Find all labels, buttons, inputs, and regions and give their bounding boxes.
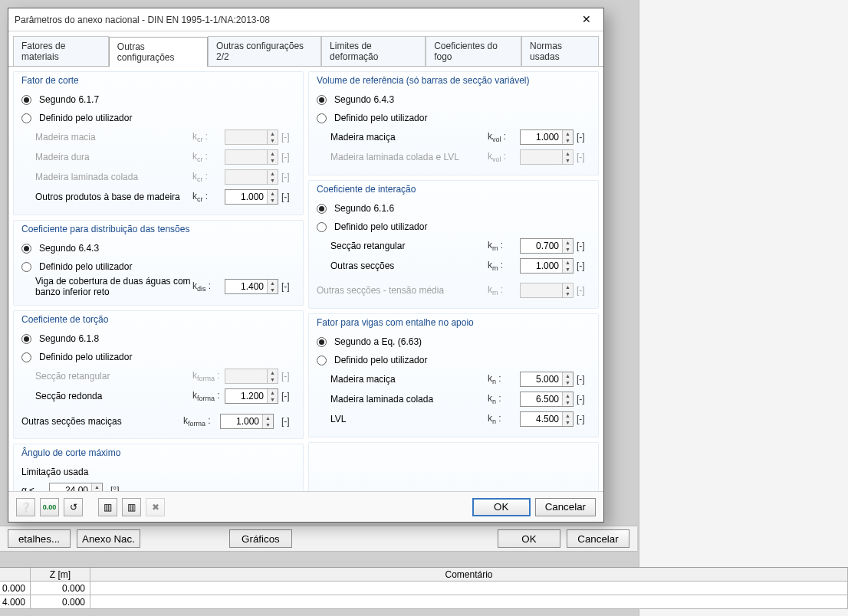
spin-up-icon[interactable]: ▲ [563,130,573,137]
calc-settings-icon[interactable]: 0.00 [40,498,59,516]
spin-down-icon[interactable]: ▼ [268,197,278,204]
table-cell[interactable]: 4.000 [0,595,31,609]
spin-up-icon[interactable]: ▲ [268,190,278,197]
spin-down-icon[interactable]: ▼ [268,287,278,293]
tab-other-settings-2[interactable]: Outras configurações 2/2 [208,36,321,66]
kvol-glulam-input[interactable]: ▲▼ [520,149,574,165]
tab-standards-used[interactable]: Normas usadas [521,36,599,66]
spin-up-icon[interactable]: ▲ [268,170,278,177]
kforma-rect-input[interactable]: ▲▼ [225,369,278,384]
radio-stressdist-according[interactable] [21,244,31,254]
spin-down-icon[interactable]: ▼ [563,137,573,144]
tab-deformation-limits[interactable]: Limites de deformação [321,36,426,66]
row-label: Madeira laminada colada [330,394,488,405]
radio-refvol-userdef[interactable] [317,113,327,123]
spin-down-icon[interactable]: ▼ [563,379,573,386]
spin-up-icon[interactable]: ▲ [268,369,278,376]
kdis-input[interactable]: ▲▼ [225,279,278,294]
unit: [-] [281,416,295,427]
spin-down-icon[interactable]: ▼ [563,266,573,273]
unit: [-] [577,285,590,296]
annex-button[interactable]: Anexo Nac. [77,529,140,548]
help-icon[interactable]: ❔ [16,498,35,516]
table-cell[interactable] [90,595,848,609]
km-other-input[interactable]: ▲▼ [520,258,574,274]
spin-down-icon[interactable]: ▼ [563,157,573,164]
radio-shear-according[interactable] [21,95,31,105]
spin-down-icon[interactable]: ▼ [268,396,278,403]
symbol: kn : [488,373,520,385]
spin-down-icon[interactable]: ▼ [268,376,278,383]
kn-glulam-input[interactable]: ▲▼ [520,392,574,407]
spin-down-icon[interactable]: ▼ [563,419,573,426]
table-cell[interactable]: 0.000 [0,582,31,595]
tab-other-settings[interactable]: Outras configurações [109,37,208,67]
spin-down-icon[interactable]: ▼ [563,399,573,406]
km-rect-input[interactable]: ▲▼ [520,238,574,254]
kforma-other-input[interactable]: ▲▼ [220,414,274,429]
spin-up-icon[interactable]: ▲ [268,389,278,396]
radio-stressdist-userdef[interactable] [21,262,31,272]
spin-up-icon[interactable]: ▲ [563,150,573,157]
kforma-round-input[interactable]: ▲▼ [225,388,278,404]
radio-interaction-according[interactable] [317,204,327,214]
radio-label: Segundo 6.1.7 [39,94,99,105]
spin-up-icon[interactable]: ▲ [563,239,573,246]
spin-up-icon[interactable]: ▲ [268,280,278,287]
close-icon[interactable]: ✕ [576,12,597,28]
tab-bar: Fatores de materiais Outras configuraçõe… [8,31,603,67]
kcr-other-input[interactable]: ▲▼ [225,189,278,205]
background-ok-button[interactable]: OK [498,529,560,548]
radio-shear-userdef[interactable] [21,113,31,123]
table-row[interactable]: 0.000 0.000 [0,582,848,595]
row-label: Viga de cobertura de duas águas com banz… [35,276,192,297]
radio-notch-according[interactable] [317,337,327,347]
details-button[interactable]: etalhes... [8,529,71,548]
spin-down-icon[interactable]: ▼ [268,177,278,184]
kcr-softwood-input[interactable]: ▲▼ [225,129,278,145]
spin-up-icon[interactable]: ▲ [268,150,278,157]
radio-label: Definido pelo utilizador [39,261,132,272]
table-row[interactable]: 4.000 0.000 [0,595,848,609]
radio-interaction-userdef[interactable] [317,222,327,232]
spin-up-icon[interactable]: ▲ [563,392,573,399]
kvol-solid-input[interactable]: ▲▼ [520,129,574,145]
graphics-button[interactable]: Gráficos [229,529,292,548]
spin-down-icon[interactable]: ▼ [263,421,273,428]
spin-up-icon[interactable]: ▲ [563,372,573,379]
row-label: Madeira maciça [330,132,488,143]
unit: [-] [577,260,590,271]
ok-button[interactable]: OK [472,498,531,516]
tab-fire-coefficients[interactable]: Coeficientes do fogo [426,36,521,66]
tab-material-factors[interactable]: Fatores de materiais [13,36,109,66]
cancel-button[interactable]: Cancelar [535,498,596,516]
radio-refvol-according[interactable] [317,95,327,105]
spin-up-icon[interactable]: ▲ [92,483,102,490]
spin-up-icon[interactable]: ▲ [563,259,573,266]
spin-down-icon[interactable]: ▼ [563,246,573,253]
report-plus-icon[interactable]: ▥ [122,498,141,516]
row-label: Madeira dura [35,152,192,162]
kcr-hardwood-input[interactable]: ▲▼ [225,149,278,165]
radio-torsion-according[interactable] [21,334,31,344]
spin-down-icon[interactable]: ▼ [268,137,278,144]
report-icon[interactable]: ▥ [98,498,117,516]
kn-lvl-input[interactable]: ▲▼ [520,411,574,427]
table-cell[interactable] [90,582,848,595]
reset-icon[interactable]: ↺ [64,498,83,516]
spin-up-icon[interactable]: ▲ [263,414,273,421]
symbol: kforma : [192,370,225,382]
kcr-glulam-input[interactable]: ▲▼ [225,169,278,185]
table-cell[interactable]: 0.000 [31,595,90,609]
symbol: kcr : [192,191,225,203]
spin-up-icon[interactable]: ▲ [563,412,573,419]
background-cancel-button[interactable]: Cancelar [567,529,629,548]
row-label: Secção redonda [35,391,192,401]
radio-notch-userdef[interactable] [317,356,327,365]
radio-torsion-userdef[interactable] [21,352,31,362]
spin-up-icon[interactable]: ▲ [268,130,278,137]
kn-solid-input[interactable]: ▲▼ [520,372,574,387]
spin-down-icon[interactable]: ▼ [268,157,278,164]
group-interaction: Coeficiente de interação Segundo 6.1.6 D… [308,180,599,309]
table-cell[interactable]: 0.000 [31,582,90,595]
